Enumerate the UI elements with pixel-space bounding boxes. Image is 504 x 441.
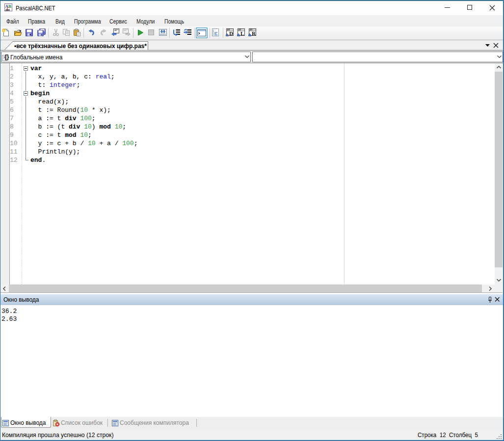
svg-text:{}: {}	[4, 53, 9, 60]
svg-text:D: D	[229, 30, 233, 36]
svg-text:.net: .net	[5, 8, 10, 11]
svg-text:R: R	[252, 30, 256, 36]
svg-text:L: L	[240, 30, 244, 36]
